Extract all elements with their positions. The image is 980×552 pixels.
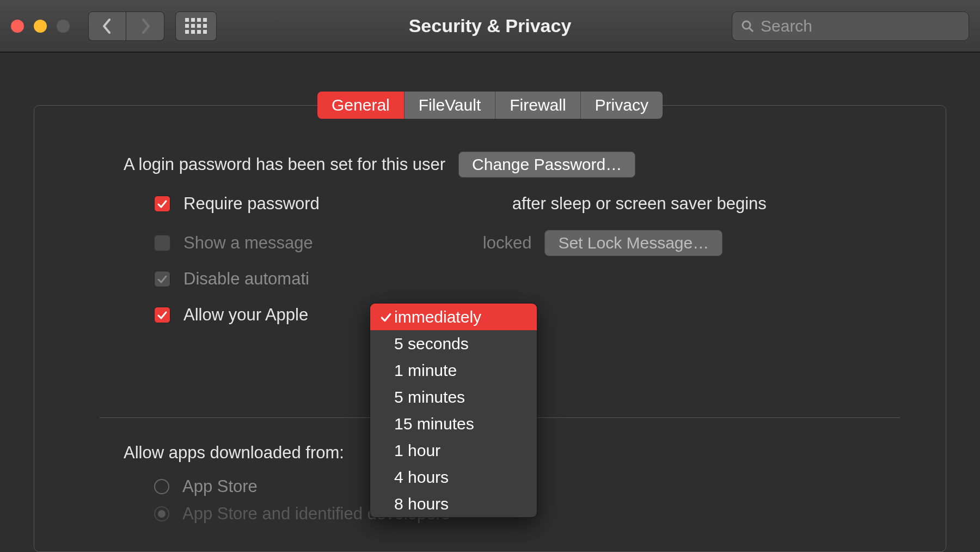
allow-apple-id-checkbox[interactable] (154, 307, 170, 323)
show-message-suffix: locked (483, 233, 532, 253)
show-message-label: Show a message (183, 233, 313, 253)
option-label: 4 hours (394, 468, 449, 487)
maximize-window-button[interactable] (57, 20, 70, 33)
change-password-button[interactable]: Change Password… (458, 151, 635, 178)
disable-auto-login-row: Disable automati (154, 269, 924, 289)
dropdown-option-1-hour[interactable]: 1 hour (370, 437, 537, 464)
check-icon (157, 310, 168, 320)
search-placeholder: Search (761, 17, 812, 35)
option-label: 15 minutes (394, 415, 474, 433)
dropdown-option-1-minute[interactable]: 1 minute (370, 357, 537, 384)
dropdown-option-5-minutes[interactable]: 5 minutes (370, 384, 537, 410)
traffic-lights (11, 20, 70, 33)
allow-apple-id-row: Allow your Apple ur Mac (154, 305, 924, 325)
allow-apple-prefix: Allow your Apple (183, 305, 308, 325)
option-label: 5 minutes (394, 388, 465, 407)
svg-line-1 (749, 28, 753, 32)
tab-firewall[interactable]: Firewall (495, 92, 580, 119)
minimize-window-button[interactable] (34, 20, 47, 33)
show-message-row: Show a message locked Set Lock Message… (154, 230, 924, 256)
check-icon (157, 198, 168, 209)
tab-privacy[interactable]: Privacy (581, 92, 663, 119)
radio-app-store-row: App Store (154, 477, 924, 496)
option-label: immediately (394, 308, 481, 326)
option-label: 8 hours (394, 495, 449, 513)
dropdown-option-4-hours[interactable]: 4 hours (370, 464, 537, 490)
show-all-button[interactable] (175, 11, 217, 41)
search-field[interactable]: Search (732, 11, 969, 41)
search-icon (741, 20, 754, 33)
delay-dropdown-menu: immediately 5 seconds 1 minute 5 minutes… (370, 303, 537, 518)
forward-button[interactable] (126, 11, 164, 41)
dropdown-option-8-hours[interactable]: 8 hours (370, 490, 537, 517)
button-label: Set Lock Message… (558, 234, 709, 252)
dropdown-option-5-seconds[interactable]: 5 seconds (370, 330, 537, 357)
content-area: General FileVault Firewall Privacy A log… (0, 52, 980, 552)
option-label: 5 seconds (394, 335, 469, 353)
close-window-button[interactable] (11, 20, 24, 33)
radio-app-store[interactable] (154, 479, 169, 494)
set-lock-message-button[interactable]: Set Lock Message… (544, 230, 722, 256)
disable-auto-login-label: Disable automati (183, 269, 309, 289)
disable-auto-login-checkbox[interactable] (154, 271, 170, 287)
radio-app-store-dev[interactable] (154, 506, 169, 521)
back-button[interactable] (88, 11, 126, 41)
require-password-row: Require password after sleep or screen s… (154, 194, 924, 214)
show-message-checkbox[interactable] (154, 235, 170, 251)
radio-app-store-label: App Store (182, 477, 258, 496)
window-toolbar: Security & Privacy Search (0, 0, 980, 52)
general-panel: A login password has been set for this u… (34, 105, 946, 552)
tab-label: Privacy (595, 96, 648, 114)
option-label: 1 hour (394, 441, 440, 460)
option-label: 1 minute (394, 361, 457, 380)
login-password-text: A login password has been set for this u… (124, 155, 445, 174)
nav-group (88, 11, 164, 41)
tab-label: Firewall (510, 96, 566, 114)
require-password-checkbox[interactable] (154, 196, 170, 212)
tab-filevault[interactable]: FileVault (405, 92, 496, 119)
grid-icon (185, 18, 207, 34)
require-password-suffix: after sleep or screen saver begins (512, 194, 767, 214)
login-password-row: A login password has been set for this u… (124, 151, 924, 178)
radio-app-store-dev-row: App Store and identified developers (154, 504, 924, 524)
tab-label: FileVault (419, 96, 481, 114)
dropdown-option-immediately[interactable]: immediately (370, 304, 537, 330)
tab-label: General (332, 96, 390, 114)
check-icon (157, 274, 168, 284)
tab-general[interactable]: General (317, 92, 405, 119)
button-label: Change Password… (472, 155, 622, 173)
dropdown-option-15-minutes[interactable]: 15 minutes (370, 410, 537, 437)
svg-point-0 (743, 21, 750, 29)
check-icon (378, 311, 394, 323)
require-password-prefix: Require password (183, 194, 320, 214)
window-title: Security & Privacy (409, 15, 572, 37)
tab-bar: General FileVault Firewall Privacy (0, 92, 980, 119)
